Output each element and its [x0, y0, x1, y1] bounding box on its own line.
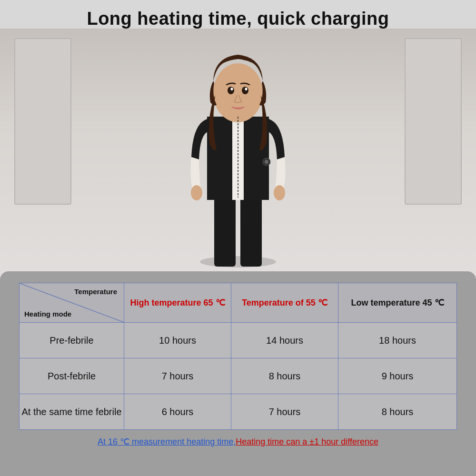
table-header-row: Temperature Heating mode High temperatur…: [20, 283, 457, 323]
same-time-low: 8 hours: [338, 394, 457, 430]
svg-point-11: [245, 88, 248, 90]
model-figure: [157, 29, 319, 271]
table-row: Post-febrile 7 hours 8 hours 9 hours: [20, 358, 457, 394]
mode-pre-febrile: Pre-febrile: [20, 323, 124, 358]
svg-rect-1: [214, 195, 236, 267]
corner-top-label: Temperature: [74, 287, 117, 297]
table-row: At the same time febrile 6 hours 7 hours…: [20, 394, 457, 430]
table-section: Temperature Heating mode High temperatur…: [0, 271, 476, 476]
svg-point-13: [265, 160, 268, 164]
pre-febrile-high: 10 hours: [124, 323, 231, 358]
col-high-temp: High temperature 65 ℃: [124, 283, 231, 323]
col-mid-temp: Temperature of 55 ℃: [231, 283, 338, 323]
svg-point-0: [200, 256, 276, 268]
corner-cell: Temperature Heating mode: [20, 283, 124, 323]
mode-same-time: At the same time febrile: [20, 394, 124, 430]
svg-point-10: [231, 88, 233, 90]
svg-point-8: [228, 87, 234, 94]
mode-post-febrile: Post-febrile: [20, 358, 124, 394]
post-febrile-high: 7 hours: [124, 358, 231, 394]
post-febrile-mid: 8 hours: [231, 358, 338, 394]
svg-point-7: [213, 63, 263, 122]
svg-point-5: [274, 185, 285, 200]
svg-point-9: [242, 87, 248, 94]
col-low-temp: Low temperature 45 ℃: [338, 283, 457, 323]
post-febrile-low: 9 hours: [338, 358, 457, 394]
footer-prefix: At 16 ℃ measurement heating time,: [98, 437, 236, 446]
same-time-high: 6 hours: [124, 394, 231, 430]
footer-note: At 16 ℃ measurement heating time,Heating…: [98, 436, 378, 447]
heating-table: Temperature Heating mode High temperatur…: [19, 283, 457, 430]
pre-febrile-low: 18 hours: [338, 323, 457, 358]
svg-point-4: [191, 185, 202, 200]
same-time-mid: 7 hours: [231, 394, 338, 430]
wall-panel-left: [14, 38, 71, 205]
table-row: Pre-febrile 10 hours 14 hours 18 hours: [20, 323, 457, 358]
page-title: Long heating time, quick charging: [87, 9, 389, 29]
corner-bottom-label: Heating mode: [24, 309, 71, 319]
pre-febrile-mid: 14 hours: [231, 323, 338, 358]
svg-rect-2: [240, 195, 262, 267]
footer-suffix: Heating time can a ±1 hour difference: [236, 437, 378, 446]
wall-panel-right: [405, 38, 462, 205]
